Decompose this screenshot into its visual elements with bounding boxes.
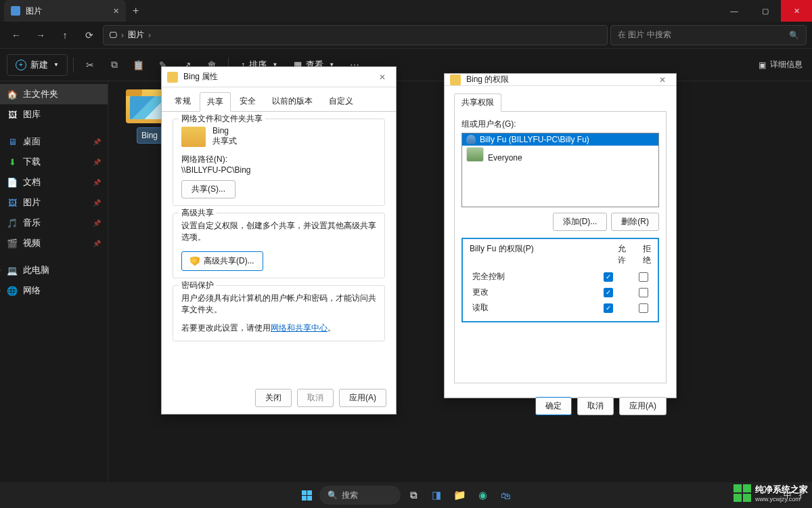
chevron-down-icon: ▼ <box>53 62 59 68</box>
search-placeholder: 在 图片 中搜索 <box>618 29 671 41</box>
share-button[interactable]: 共享(S)... <box>181 180 235 198</box>
new-tab-button[interactable]: + <box>126 5 145 17</box>
user-name: Everyone <box>488 153 522 163</box>
perm-row: 读取✓ <box>470 300 651 316</box>
group-title: 高级共享 <box>179 207 217 219</box>
sidebar-music[interactable]: 🎵音乐📌 <box>0 213 108 233</box>
minimize-button[interactable]: — <box>719 0 750 22</box>
watermark-logo <box>734 484 751 502</box>
folder-name: Bing <box>212 126 237 135</box>
allow-checkbox[interactable]: ✓ <box>604 303 613 313</box>
breadcrumb-item[interactable]: 图片 <box>128 29 144 41</box>
ok-button[interactable]: 确定 <box>535 397 572 415</box>
monitor-icon: 🖵 <box>109 30 117 40</box>
dialog-title: Bing 属性 <box>183 71 218 83</box>
dialog-title-bar[interactable]: Bing 的权限 ✕ <box>445 74 676 86</box>
tab-custom[interactable]: 自定义 <box>321 91 361 111</box>
divider <box>73 58 74 72</box>
perm-row: 更改✓ <box>470 284 651 300</box>
refresh-button[interactable]: ⟳ <box>78 24 100 46</box>
dialog-body: 网络文件和文件夹共享 Bing 共享式 网络路径(N): \\BILLYFU-P… <box>162 111 396 382</box>
add-user-button[interactable]: 添加(D)... <box>553 213 608 231</box>
allow-checkbox[interactable]: ✓ <box>604 288 613 297</box>
sidebar-videos[interactable]: 🎬视频📌 <box>0 233 108 253</box>
pin-icon: 📌 <box>93 240 101 247</box>
password-protect-group: 密码保护 用户必须具有此计算机的用户帐户和密码，才能访问共享文件夹。 若要更改此… <box>173 285 385 341</box>
close-button[interactable]: ✕ <box>781 0 812 22</box>
network-share-group: 网络文件和文件夹共享 Bing 共享式 网络路径(N): \\BILLYFU-P… <box>173 119 385 206</box>
sidebar-thispc[interactable]: ›💻此电脑 <box>0 260 108 280</box>
chevron-right-icon: › <box>0 267 1 274</box>
tab-general[interactable]: 常规 <box>167 91 198 111</box>
perm-name: 更改 <box>472 287 489 298</box>
start-button[interactable] <box>296 485 317 505</box>
cut-button[interactable]: ✂ <box>79 54 101 76</box>
pin-icon: 📌 <box>93 199 101 207</box>
maximize-button[interactable]: ▢ <box>750 0 781 22</box>
user-row[interactable]: Billy Fu (BILLYFU-PC\Billy Fu) <box>462 133 658 146</box>
remove-user-button[interactable]: 删除(R) <box>611 213 659 231</box>
watermark: 纯净系统之家 www.ycwjzy.com <box>734 484 808 503</box>
sidebar-pictures[interactable]: 🖼图片📌 <box>0 192 108 213</box>
deny-checkbox[interactable] <box>639 303 648 313</box>
details-pane-button[interactable]: ▣ 详细信息 <box>759 59 805 70</box>
tab-security[interactable]: 安全 <box>232 91 263 111</box>
forward-button[interactable]: → <box>30 24 51 46</box>
widgets-button[interactable]: ◨ <box>426 485 447 505</box>
sidebar: 🏠主文件夹 🖼图库 🖥桌面📌 ⬇下载📌 📄文档📌 🖼图片📌 🎵音乐📌 🎬视频📌 … <box>0 81 108 489</box>
network-center-link[interactable]: 网络和共享中心 <box>271 323 328 333</box>
folder-label: Bing <box>137 127 162 144</box>
close-button[interactable]: 关闭 <box>255 389 292 407</box>
allow-checkbox[interactable]: ✓ <box>604 272 613 282</box>
back-button[interactable]: ← <box>5 24 27 46</box>
permissions-box: Billy Fu 的权限(P) 允许拒绝 完全控制✓ 更改✓ 读取✓ <box>461 238 659 322</box>
apply-button[interactable]: 应用(A) <box>339 389 386 407</box>
copy-button[interactable]: ⧉ <box>104 54 125 76</box>
taskbar-search[interactable]: 🔍 搜索 <box>319 486 401 505</box>
sidebar-gallery[interactable]: 🖼图库 <box>0 104 108 125</box>
address-bar[interactable]: 🖵 › 图片 › <box>103 25 608 45</box>
tab-share-perms[interactable]: 共享权限 <box>454 93 501 112</box>
music-icon: 🎵 <box>7 217 18 228</box>
pictures-icon <box>11 6 20 16</box>
dialog-title-bar[interactable]: Bing 属性 ✕ <box>162 67 396 87</box>
tab-previous[interactable]: 以前的版本 <box>265 91 320 111</box>
dialog-footer: 确定 取消 应用(A) <box>445 390 676 422</box>
explorer-taskbar-icon[interactable]: 📁 <box>449 485 470 505</box>
paste-button[interactable]: 📋 <box>128 54 150 76</box>
sidebar-network[interactable]: ›🌐网络 <box>0 280 108 301</box>
close-button[interactable]: ✕ <box>654 75 671 85</box>
tab-share[interactable]: 共享 <box>200 92 231 112</box>
window-tab[interactable]: 图片 ✕ <box>4 0 126 22</box>
sidebar-downloads[interactable]: ⬇下载📌 <box>0 152 108 172</box>
pictures-icon: 🖼 <box>7 197 18 208</box>
breadcrumb-sep: › <box>121 30 124 40</box>
dialog-footer: 关闭 取消 应用(A) <box>162 382 396 414</box>
chevron-right-icon: › <box>0 287 1 294</box>
close-button[interactable]: ✕ <box>374 72 390 82</box>
search-icon: 🔍 <box>789 30 799 40</box>
cancel-button[interactable]: 取消 <box>577 397 614 415</box>
task-view-button[interactable]: ⧉ <box>403 485 424 505</box>
advanced-share-button[interactable]: 高级共享(D)... <box>181 251 263 271</box>
search-box[interactable]: 在 图片 中搜索 🔍 <box>610 25 807 45</box>
sidebar-documents[interactable]: 📄文档📌 <box>0 172 108 192</box>
store-taskbar-icon[interactable]: 🛍 <box>495 485 516 505</box>
sidebar-home[interactable]: 🏠主文件夹 <box>0 84 108 104</box>
window-controls: — ▢ ✕ <box>719 0 812 22</box>
deny-checkbox[interactable] <box>639 272 648 282</box>
folder-icon <box>450 75 461 85</box>
cancel-button[interactable]: 取消 <box>297 389 334 407</box>
taskbar[interactable]: 🔍 搜索 ⧉ ◨ 📁 ◉ 🛍 ˄ 中 扌 <box>0 482 812 508</box>
up-button[interactable]: ↑ <box>54 24 76 46</box>
breadcrumb-sep: › <box>148 30 151 40</box>
edge-taskbar-icon[interactable]: ◉ <box>472 485 493 505</box>
apply-button[interactable]: 应用(A) <box>619 397 667 415</box>
deny-checkbox[interactable] <box>639 288 648 297</box>
tab-close-button[interactable]: ✕ <box>113 7 119 16</box>
new-button[interactable]: + 新建 ▼ <box>7 54 68 76</box>
sidebar-desktop[interactable]: 🖥桌面📌 <box>0 131 108 152</box>
user-list[interactable]: Billy Fu (BILLYFU-PC\Billy Fu) Everyone <box>461 133 659 207</box>
user-row[interactable]: Everyone <box>462 146 658 170</box>
content-area: 🏠主文件夹 🖼图库 🖥桌面📌 ⬇下载📌 📄文档📌 🖼图片📌 🎵音乐📌 🎬视频📌 … <box>0 81 812 489</box>
